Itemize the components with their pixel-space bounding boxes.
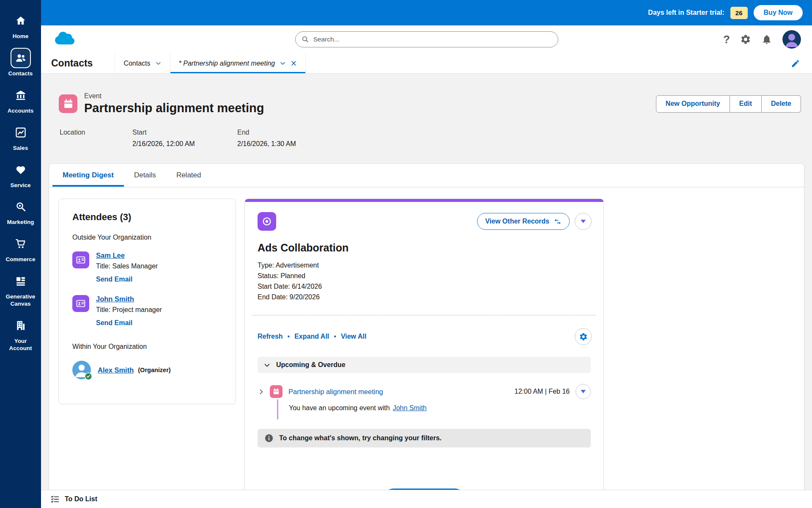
app-root: Home Contacts Accounts Sales Service [0,0,812,508]
tab-meeting-digest[interactable]: Meeting Digest [52,164,124,187]
contact-card-icon [72,251,89,268]
sidebar-item-commerce[interactable]: Commerce [0,230,41,267]
section-upcoming-overdue[interactable]: Upcoming & Overdue [258,357,591,373]
tab-details[interactable]: Details [124,164,166,187]
help-icon[interactable]: ? [723,34,730,45]
accounts-icon [11,85,31,105]
contacts-icon [11,48,31,68]
new-opportunity-button[interactable]: New Opportunity [656,95,730,113]
view-other-records-button[interactable]: View Other Records [477,213,570,230]
todo-list-bar[interactable]: To Do List [41,490,812,508]
sidebar-item-label: Marketing [7,219,34,226]
delete-button[interactable]: Delete [762,95,801,113]
attendee-name-link[interactable]: Alex Smith [98,366,134,374]
salesforce-logo [52,30,77,49]
organizer-role-label: (Organizer) [138,367,170,373]
search-icon [302,36,309,45]
canvas-layout-icon [11,271,31,291]
edit-button[interactable]: Edit [730,95,762,113]
view-other-records-label: View Other Records [485,218,549,225]
dot-separator [288,333,290,340]
field-value: 2/16/2026, 1:30 AM [237,140,296,148]
magnifier-icon [11,196,31,217]
entity-type-label: Event [84,92,264,100]
user-avatar[interactable] [782,30,801,49]
search-input[interactable] [295,31,558,47]
event-icon [59,94,77,113]
record-switcher-dropdown[interactable] [575,213,592,230]
buy-now-button[interactable]: Buy Now [754,5,803,20]
tab-contacts[interactable]: Contacts [115,53,170,73]
attendee-name-link[interactable]: Sam Lee [96,251,125,259]
field-location: Location [60,129,132,148]
trial-days-badge: 26 [730,7,748,19]
outside-org-heading: Outside Your Organization [72,234,222,241]
gear-icon[interactable] [740,34,751,45]
refresh-link[interactable]: Refresh [258,333,283,340]
chevron-down-icon[interactable] [263,362,271,369]
field-value [60,140,132,148]
sidebar-item-label: Accounts [8,108,34,115]
record-fields: Location Start 2/16/2026, 12:00 AM End 2… [49,129,804,148]
campaign-card: View Other Records Ads Collaboration T [244,199,604,490]
edit-pencil-icon[interactable] [791,59,812,68]
attendees-heading: Attendees (3) [72,212,222,223]
activity-title-link[interactable]: Partnership alignment meeting [288,388,383,396]
building-icon [11,315,31,336]
tab-related[interactable]: Related [166,164,211,187]
sidebar-item-sales[interactable]: Sales [0,119,41,156]
gear-icon [579,332,588,341]
campaign-title: Ads Collaboration [245,231,604,254]
sidebar-item-service[interactable]: Service [0,156,41,193]
activity-actions-dropdown[interactable] [576,384,591,399]
attendee-item: Sam Lee Title: Sales Manager Send Email [72,251,222,283]
campaign-detail-status: Status: Planned [258,271,591,281]
sidebar-item-label: Commerce [6,256,36,263]
sidebar-item-home[interactable]: Home [0,7,41,44]
app-title: Contacts [51,58,93,69]
field-value: 2/16/2026, 12:00 AM [132,140,237,148]
campaign-detail-end: End Date: 9/20/2026 [258,292,591,302]
filters-note: To change what's shown, try changing you… [258,429,591,447]
sidebar-item-marketing[interactable]: Marketing [0,193,41,230]
sidebar-item-generative-canvas[interactable]: Generative Canvas [0,267,41,312]
tab-label: Contacts [123,60,150,67]
sidebar-item-your-account[interactable]: Your Account [0,312,41,356]
cart-icon [11,234,31,254]
chevron-down-icon[interactable] [280,60,286,66]
panel-cards: Attendees (3) Outside Your Organization … [49,188,804,490]
section-label: Upcoming & Overdue [276,361,346,369]
campaign-details: Type: Advertisement Status: Planned Star… [245,254,604,302]
view-all-link[interactable]: View All [341,333,366,340]
sidebar-item-contacts[interactable]: Contacts [0,44,41,81]
attendee-title: Title: Project manager [96,306,162,314]
close-icon[interactable] [291,60,297,66]
show-more-button[interactable] [384,489,464,490]
expand-all-link[interactable]: Expand All [294,333,329,340]
send-email-link[interactable]: Send Email [96,319,132,327]
sidebar-item-label: Sales [13,145,28,152]
record-actions: New Opportunity Edit Delete [656,95,801,113]
field-start: Start 2/16/2026, 12:00 AM [132,129,237,148]
campaign-detail-start: Start Date: 6/14/2026 [258,281,591,292]
activity-description-text: You have an upcoming event with [289,404,390,412]
chevron-right-icon[interactable] [258,388,265,395]
attendees-card: Attendees (3) Outside Your Organization … [58,199,236,404]
workspace-tabbar: Contacts Contacts * Partnership alignmen… [41,53,812,74]
timeline-connector [277,399,278,420]
bell-icon[interactable] [761,34,772,45]
tab-record-partnership-meeting[interactable]: * Partnership alignment meeting [170,53,306,73]
swap-icon [554,218,562,226]
heart-icon [11,160,31,180]
sidebar-item-label: Contacts [8,70,33,77]
attendee-name-link[interactable]: John Smith [96,295,134,303]
todo-list-icon [50,494,60,504]
timeline-settings-button[interactable] [575,328,592,345]
sidebar-item-accounts[interactable]: Accounts [0,81,41,119]
activity-contact-link[interactable]: John Smith [393,404,427,412]
activity-description: You have an upcoming event with John Smi… [289,404,591,412]
chevron-down-icon[interactable] [155,60,162,66]
send-email-link[interactable]: Send Email [96,276,132,283]
record-tabs: Meeting Digest Details Related [49,164,804,188]
todo-list-label: To Do List [65,495,97,503]
